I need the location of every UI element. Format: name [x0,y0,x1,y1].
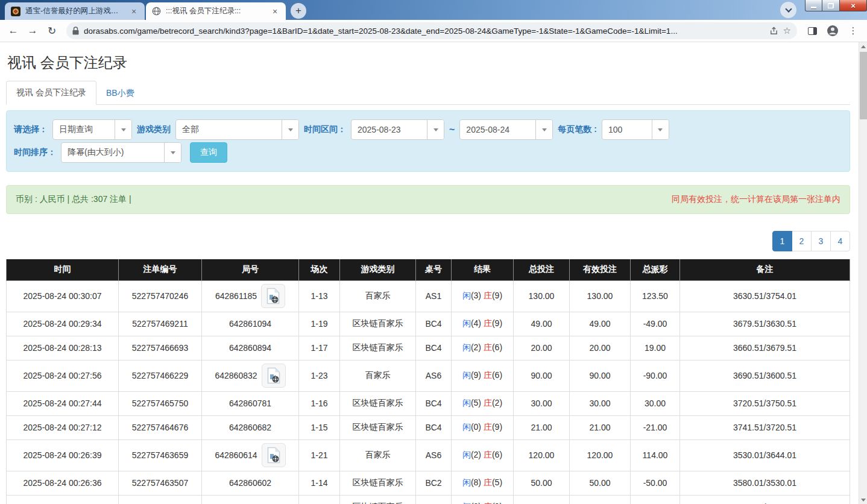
banker-score: (6) [492,370,502,380]
note-cell: 3630.51/3754.01 [680,280,850,312]
round-cell: 642861094 [202,312,299,336]
back-button[interactable]: ← [5,22,22,39]
time-cell: 2025-08-24 00:27:44 [7,391,119,415]
page-3-button[interactable]: 3 [811,231,831,251]
total-bet-cell: 130.00 [514,280,570,312]
bet-id-cell: 522757463507 [119,471,202,495]
table-header-row: 时间 注单编号 局号 场次 游戏类别 桌号 结果 总投注 有效投注 总派彩 备注 [7,259,850,280]
caret-down-icon[interactable] [652,120,669,139]
table-row: 2025-08-24 00:26:39 522757463659 6428606… [7,439,850,471]
date-range-label: 时间区间： [304,124,346,135]
select-type-label: 请选择： [14,124,48,135]
table-code-cell: BC4 [416,415,452,439]
col-table-code: 桌号 [416,259,452,280]
reload-button[interactable]: ↻ [43,22,60,39]
address-bar[interactable]: dorasabs.com/game/betrecord_search/kind3… [66,22,797,39]
new-tab-button[interactable]: + [291,3,306,19]
summary-bar: 币别 : 人民币 | 总共 :307 注单 | 同局有效投注，统一计算在该局第一… [6,185,850,214]
bookmark-star-icon[interactable]: ☆ [783,25,791,36]
round-id: 642860832 [215,371,257,380]
session-cell: 1-17 [299,336,340,360]
profile-button[interactable] [824,22,842,39]
bet-id-cell: 522757470246 [119,280,202,312]
banker-score: (9) [492,291,502,300]
date-start-input[interactable]: 2025-08-23 [351,119,444,140]
caret-down-icon[interactable] [427,120,444,139]
total-bet-cell: 50.00 [514,471,570,495]
valid-bet-cell: 21.00 [570,415,631,439]
note-cell: 3679.51/3630.51 [680,312,850,336]
sort-label: 时间排序： [14,147,56,158]
banker-score: (9) [492,502,502,504]
side-panel-icon [808,27,817,35]
col-note: 备注 [680,259,850,280]
scroll-up-icon[interactable] [859,42,867,51]
minimize-button[interactable] [805,0,822,11]
col-bet-id: 注单编号 [119,259,202,280]
result-cell: 闲(2) 庄(6) [452,439,514,471]
page-1-button[interactable]: 1 [772,231,792,251]
col-time: 时间 [7,259,119,280]
table-code-cell: BC2 [416,471,452,495]
note-cell: 3530.01/3644.01 [680,439,850,471]
scroll-down-icon[interactable] [859,496,867,504]
table-row: 2025-08-24 00:29:34 522757469211 6428610… [7,312,850,336]
restore-icon [828,3,834,8]
player-score: (8) [471,477,481,487]
game-type-select[interactable]: 全部 [175,119,299,140]
bet-id-cell: 522757463659 [119,439,202,471]
browser-tab-1[interactable]: 通宝-信誉最好的网上游戏平台 × [5,2,145,20]
scrollbar-thumb[interactable] [860,52,867,119]
video-replay-button[interactable] [262,364,286,388]
video-replay-button[interactable] [262,443,286,467]
payout-cell: 30.00 [631,391,680,415]
sort-select[interactable]: 降幂(由大到小) [61,142,181,163]
table-row: 2025-08-24 00:26:36 522757463507 6428606… [7,471,850,495]
site-favicon-icon [11,7,20,16]
browser-menu-button[interactable]: ⋮ [844,22,862,39]
query-type-select[interactable]: 日期查询 [52,119,132,140]
player-score: (0) [471,422,481,432]
note-cell: 3580.01/3530.01 [680,471,850,495]
note-cell: 3660.51/3679.51 [680,336,850,360]
bet-id-cell: 522757464676 [119,415,202,439]
date-end-input[interactable]: 2025-08-24 [459,119,553,140]
share-icon[interactable] [769,27,778,36]
page-4-button[interactable]: 4 [830,231,850,251]
page-2-button[interactable]: 2 [792,231,812,251]
banker-score: (6) [492,450,502,459]
video-replay-button[interactable] [261,284,285,308]
tab-close-icon[interactable]: × [129,7,139,16]
bet-records-table: 时间 注单编号 局号 场次 游戏类别 桌号 结果 总投注 有效投注 总派彩 备注… [6,259,850,504]
search-button[interactable]: 查询 [190,142,227,163]
video-file-icon [266,367,281,384]
restore-button[interactable] [822,0,839,11]
player-score: (9) [471,370,481,380]
caret-down-icon[interactable] [535,120,552,139]
tab-close-icon[interactable]: × [270,7,280,16]
page-scrollbar[interactable] [859,42,867,504]
close-window-button[interactable]: × [839,0,867,11]
page-size-select[interactable]: 100 [602,119,669,140]
tab-bb-tip[interactable]: BB小费 [96,82,144,105]
note-cell: 3630.01/3677.51 [680,495,850,504]
chevron-down-icon [785,5,792,12]
payout-cell: -90.00 [631,360,680,391]
side-panel-button[interactable] [803,22,821,39]
payout-cell: 123.50 [631,280,680,312]
caret-down-icon[interactable] [115,120,131,139]
result-cell: 闲(8) 庄(5) [452,471,514,495]
game-type-cell: 百家乐 [340,360,416,391]
tab-bet-records[interactable]: 视讯 会员下注纪录 [6,81,96,105]
caret-down-icon[interactable] [164,143,181,162]
tab-search-button[interactable] [780,2,796,18]
valid-bet-cell: 90.00 [570,360,631,391]
caret-down-icon[interactable] [282,120,298,139]
total-bet-cell: 20.00 [514,336,570,360]
date-range-separator: ~ [449,124,455,135]
browser-tab-2[interactable]: :::视讯 会员下注纪录::: × [146,2,286,20]
player-result-label: 闲 [462,502,471,504]
table-code-cell: BC4 [416,495,452,504]
bet-id-cell: 522757469211 [119,312,202,336]
forward-button[interactable]: → [24,22,41,39]
